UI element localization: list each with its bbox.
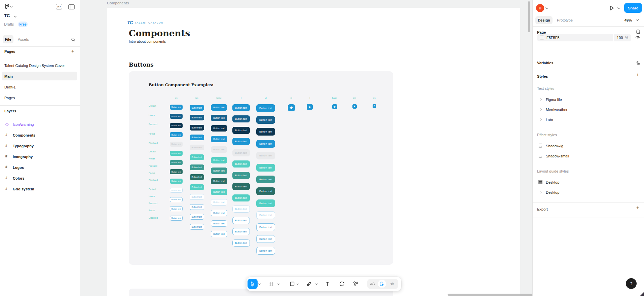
free-plan-badge[interactable]: Free xyxy=(18,22,28,27)
tab-file[interactable]: File xyxy=(3,35,13,43)
sample-button-sm-outline-disabled[interactable]: Button text xyxy=(190,194,204,200)
pen-tool-chevron-icon[interactable] xyxy=(316,283,318,286)
tab-design[interactable]: Design xyxy=(535,16,553,24)
sample-icon-button-xs[interactable]: ★ xyxy=(373,104,376,108)
sample-button-base-primary-pressed[interactable]: Button text xyxy=(211,125,227,132)
sample-button-l-secondary-hover[interactable]: Button text xyxy=(232,172,250,179)
sample-button-base-outline-pressed[interactable]: Button text xyxy=(211,231,227,237)
sample-button-xl-primary-focus[interactable]: Button text xyxy=(256,140,275,148)
sample-button-base-disabled[interactable]: Button text xyxy=(211,146,227,153)
text-style-figma-file[interactable]: Figma file xyxy=(533,96,644,104)
sample-button-xs-outline-hover[interactable]: Button text xyxy=(170,206,183,211)
page-item-pages[interactable]: Pages xyxy=(4,96,15,100)
page-color-hex[interactable]: F5F5F5 xyxy=(546,36,560,40)
sample-button-xl-secondary-hover[interactable]: Button text xyxy=(256,176,275,183)
sample-button-sm-primary-focus[interactable]: Button text xyxy=(190,135,204,140)
sample-button-xs-secondary-hover[interactable]: Button text xyxy=(170,160,183,165)
page-item-main[interactable]: Main xyxy=(4,74,13,78)
canvas-vertical-scrollbar[interactable] xyxy=(528,1,530,32)
sample-button-sm-secondary-focus[interactable]: Button text xyxy=(190,184,204,190)
accessibility-button[interactable]: A? xyxy=(56,4,62,9)
button-examples-card[interactable]: Button Component Examples: xsButton text… xyxy=(129,71,393,265)
project-name[interactable]: TC xyxy=(4,13,10,18)
effect-style-shadow-lg[interactable]: Shadow-lg xyxy=(533,142,644,150)
add-export-button[interactable]: + xyxy=(635,205,640,210)
sample-button-sm-secondary-default[interactable]: Button text xyxy=(190,154,204,160)
help-button[interactable]: ? xyxy=(626,278,637,289)
dev-mode-button[interactable]: </> xyxy=(388,281,396,287)
apply-styles-button[interactable] xyxy=(635,29,641,34)
sample-button-base-primary-focus[interactable]: Button text xyxy=(211,136,227,142)
effect-style-shadow-small[interactable]: Shadow-small xyxy=(533,152,644,160)
search-button[interactable] xyxy=(70,37,76,42)
sample-button-sm-outline-pressed[interactable]: Button text xyxy=(190,224,204,230)
design-mode-button[interactable] xyxy=(378,280,386,288)
sample-button-sm-secondary-hover[interactable]: Button text xyxy=(190,164,204,170)
toggle-visibility-button[interactable] xyxy=(635,35,641,40)
layer-item-icon-warning[interactable]: Icon/warning xyxy=(0,120,80,129)
page-color-opacity[interactable]: 100 xyxy=(617,36,623,40)
zoom-chevron-icon[interactable] xyxy=(636,18,639,21)
layout-style-desktop-2[interactable]: Desktop xyxy=(533,188,644,196)
canvas-frame-tab[interactable]: Components xyxy=(107,1,129,5)
shape-tool-button[interactable] xyxy=(287,279,297,289)
tab-prototype[interactable]: Prototype xyxy=(557,18,573,22)
text-style-lato[interactable]: Lato xyxy=(533,116,644,124)
sample-button-xl-secondary-default[interactable]: Button text xyxy=(256,164,275,172)
sample-button-sm-primary-hover[interactable]: Button text xyxy=(190,115,204,120)
pen-tool-button[interactable] xyxy=(304,279,314,289)
layout-style-desktop-1[interactable]: Desktop xyxy=(533,178,644,186)
move-tool-chevron-icon[interactable] xyxy=(259,283,261,286)
sample-button-l-secondary-pressed[interactable]: Button text xyxy=(232,183,250,190)
sample-button-xs-outline-default[interactable]: Button text xyxy=(170,197,183,202)
sample-button-base-primary-default[interactable]: Button text xyxy=(211,104,227,111)
sample-button-xl-outline-pressed[interactable]: Button text xyxy=(256,247,275,255)
frame-tool-button[interactable] xyxy=(266,279,276,289)
sample-icon-button-sm[interactable]: ★ xyxy=(352,104,357,109)
sample-button-xs-outline-pressed[interactable]: Button text xyxy=(170,216,183,221)
sample-button-l-primary-pressed[interactable]: Button text xyxy=(232,127,250,134)
actions-tool-button[interactable] xyxy=(351,279,361,289)
sample-button-xl-disabled[interactable]: Button text xyxy=(256,152,275,159)
sample-button-l-primary-focus[interactable]: Button text xyxy=(232,138,250,145)
shape-tool-chevron-icon[interactable] xyxy=(297,283,300,286)
sample-button-l-primary-hover[interactable]: Button text xyxy=(232,115,250,122)
sample-button-xs-primary-focus[interactable]: Button text xyxy=(170,132,183,137)
sample-button-base-secondary-focus[interactable]: Button text xyxy=(211,189,227,195)
sample-button-xs-disabled[interactable]: Button text xyxy=(170,142,183,147)
sample-button-xl-outline-hover[interactable]: Button text xyxy=(256,235,275,243)
present-button[interactable] xyxy=(609,5,615,11)
page-color-swatch[interactable] xyxy=(540,35,544,40)
sample-button-xl-secondary-focus[interactable]: Button text xyxy=(256,199,275,207)
sample-button-l-outline-disabled[interactable]: Button text xyxy=(232,206,250,213)
sample-button-base-secondary-pressed[interactable]: Button text xyxy=(211,178,227,184)
sample-icon-button-l[interactable]: ★ xyxy=(307,104,313,110)
talent-catalog-logo[interactable]: TC TALENT CATALOG xyxy=(127,20,163,25)
layer-item-icongraphy[interactable]: # Icongraphy xyxy=(0,153,80,161)
sample-button-xl-primary-default[interactable]: Button text xyxy=(256,104,275,112)
zoom-level[interactable]: 49% xyxy=(624,18,632,22)
sample-button-sm-secondary-pressed[interactable]: Button text xyxy=(190,174,204,180)
page-item-draft1[interactable]: Draft-1 xyxy=(4,85,16,89)
figma-menu-chevron-icon[interactable] xyxy=(10,5,13,7)
sample-button-xl-outline-disabled[interactable]: Button text xyxy=(256,211,275,219)
design-page-frame[interactable]: TC TALENT CATALOG Components Intro about… xyxy=(107,8,520,296)
page-item-cover[interactable]: Talent Catalog Design System Cover xyxy=(4,64,65,68)
move-tool-button[interactable] xyxy=(248,279,258,289)
sample-button-xl-primary-hover[interactable]: Button text xyxy=(256,116,275,124)
sample-icon-button-base[interactable]: ★ xyxy=(332,104,337,109)
sample-button-l-outline-pressed[interactable]: Button text xyxy=(232,239,250,247)
comment-tool-button[interactable] xyxy=(337,279,347,289)
sample-button-xs-primary-default[interactable]: Button text xyxy=(170,105,183,110)
sample-button-l-secondary-focus[interactable]: Button text xyxy=(232,194,250,201)
sample-button-sm-primary-default[interactable]: Button text xyxy=(190,105,204,111)
add-style-button[interactable]: + xyxy=(635,72,640,77)
sample-button-xs-secondary-focus[interactable]: Button text xyxy=(170,179,183,184)
page-color-input[interactable]: F5F5F5 100 % xyxy=(537,34,631,41)
sample-button-xl-outline-default[interactable]: Button text xyxy=(256,223,275,231)
sample-icon-button-xl[interactable]: ★ xyxy=(288,104,295,111)
sample-button-l-outline-hover[interactable]: Button text xyxy=(232,228,250,235)
tab-assets[interactable]: Assets xyxy=(18,37,29,41)
sample-button-l-outline-default[interactable]: Button text xyxy=(232,217,250,224)
sample-button-xs-outline-disabled[interactable]: Button text xyxy=(170,188,183,193)
